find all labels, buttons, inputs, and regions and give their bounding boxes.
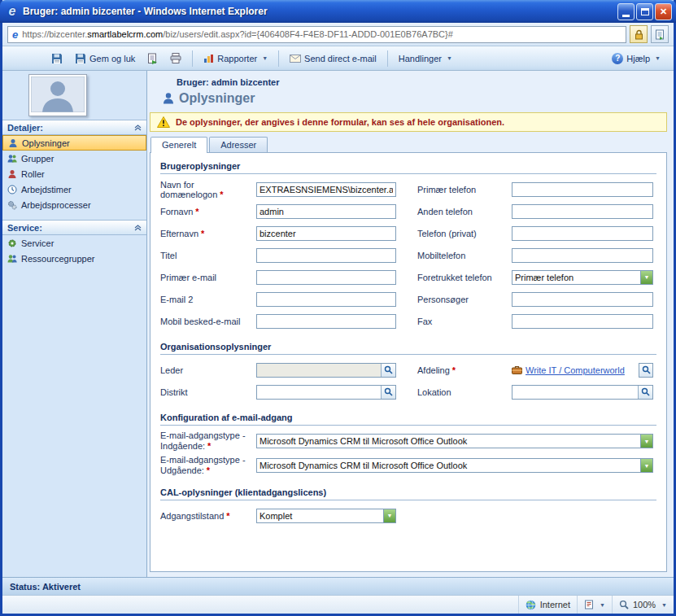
page-favicon-icon: e xyxy=(12,28,18,41)
save-button[interactable] xyxy=(46,50,68,68)
chevron-double-up-icon xyxy=(134,125,142,131)
chevron-down-icon: ▼ xyxy=(640,271,652,284)
page-actions-button[interactable] xyxy=(651,25,669,43)
tab-generelt[interactable]: Generelt xyxy=(150,137,207,153)
efternavn-input[interactable] xyxy=(256,226,396,241)
export-icon xyxy=(147,53,158,64)
tab-adresser[interactable]: Adresser xyxy=(209,137,268,152)
personsoeger-input[interactable] xyxy=(512,292,653,307)
mobiltelefon-input[interactable] xyxy=(512,248,653,263)
magnifier-icon xyxy=(642,365,651,374)
lock-icon xyxy=(635,29,643,40)
export-button[interactable] xyxy=(142,50,163,68)
send-direct-email-button[interactable]: Send direct e-mail xyxy=(285,50,382,68)
zoom-control[interactable]: 100% ▼ xyxy=(612,596,674,614)
toolbar-separator xyxy=(387,50,388,67)
field-label: Primær telefon xyxy=(398,185,512,194)
leder-lookup-button[interactable] xyxy=(381,364,395,377)
field-label: Mobil besked-e-mail xyxy=(160,317,256,326)
warning-icon xyxy=(157,116,170,128)
field-label: Anden telefon xyxy=(398,207,512,216)
sidebar-item-ressourcegrupper[interactable]: Ressourcegrupper xyxy=(2,251,146,266)
sidebar-item-arbejdsprocesser[interactable]: Arbejdsprocesser xyxy=(2,197,146,212)
field-label: Lokation xyxy=(398,387,512,397)
distrikt-lookup-button[interactable] xyxy=(381,386,395,399)
magnifier-icon xyxy=(641,387,650,396)
breadcrumb: Bruger: admin bizcenter xyxy=(177,77,667,87)
main-content: Bruger: admin bizcenter Oplysninger De o… xyxy=(147,71,674,577)
lokation-input[interactable] xyxy=(512,386,638,399)
address-input[interactable]: e https://bizcenter.smartlabelcrm.com/bi… xyxy=(7,26,626,43)
primaer-email-input[interactable] xyxy=(256,270,396,285)
close-button[interactable]: ✕ xyxy=(655,3,672,20)
afdeling-lookup-button[interactable] xyxy=(639,363,653,378)
sidebar-item-grupper[interactable]: Grupper xyxy=(2,151,146,166)
help-button[interactable]: ? Hjælp ▼ xyxy=(607,50,665,68)
sidebar-item-label: Servicer xyxy=(21,238,54,248)
handlinger-label: Handlinger xyxy=(399,54,442,63)
user-photo xyxy=(28,74,87,116)
save-and-close-button[interactable]: Gem og luk xyxy=(70,50,140,68)
form-notice: De oplysninger, der angives i denne form… xyxy=(150,112,667,132)
lokation-lookup-button[interactable] xyxy=(638,386,652,399)
ie-status-bar: Internet ▼ 100% ▼ xyxy=(2,595,674,614)
report-icon xyxy=(203,54,214,63)
sidebar-item-servicer[interactable]: Servicer xyxy=(2,235,146,251)
sidebar-item-label: Ressourcegrupper xyxy=(21,254,95,264)
fornavn-input[interactable] xyxy=(256,204,396,219)
sidebar: Detaljer: Oplysninger Grupper Roller Arb… xyxy=(2,71,147,577)
notice-text: De oplysninger, der angives i denne form… xyxy=(176,117,504,127)
mobil-besked-email-input[interactable] xyxy=(256,314,396,329)
section-email-adgang: Konfiguration af e-mail-adgang xyxy=(160,413,656,426)
distrikt-input[interactable] xyxy=(257,386,381,399)
domaenelogon-input[interactable] xyxy=(256,182,396,197)
field-label: Fax xyxy=(398,317,512,326)
security-lock-button[interactable] xyxy=(630,25,648,43)
rapporter-label: Rapporter xyxy=(217,54,257,63)
rapporter-button[interactable]: Rapporter ▼ xyxy=(198,50,273,68)
adgangstilstand-select[interactable]: Komplet ▼ xyxy=(256,509,396,523)
handlinger-button[interactable]: Handlinger ▼ xyxy=(394,50,457,68)
minimize-button[interactable] xyxy=(617,3,635,20)
security-zone[interactable]: Internet xyxy=(518,596,577,614)
sidebar-section-service[interactable]: Service: xyxy=(2,220,146,235)
toolbar-separator xyxy=(278,50,279,67)
afdeling-link[interactable]: Write IT / Computerworld xyxy=(526,365,625,375)
page-title: Oplysninger xyxy=(179,91,255,106)
field-label: E-mail-adgangstype - Udgående:* xyxy=(160,455,256,476)
fax-input[interactable] xyxy=(512,314,653,329)
ie-window: e Bruger: admin bizcenter - Windows Inte… xyxy=(0,0,676,616)
field-label: Mobiltelefon xyxy=(398,251,512,260)
chevron-down-icon: ▼ xyxy=(600,602,605,608)
globe-icon xyxy=(526,600,536,610)
sidebar-item-oplysninger[interactable]: Oplysninger xyxy=(2,135,146,151)
field-label: Efternavn* xyxy=(160,229,256,238)
titlebar[interactable]: e Bruger: admin bizcenter - Windows Inte… xyxy=(0,0,676,23)
distrikt-lookup xyxy=(256,385,396,400)
sidebar-item-label: Arbejdstimer xyxy=(21,185,72,194)
titel-input[interactable] xyxy=(256,248,396,263)
maximize-button[interactable] xyxy=(636,3,653,20)
email-udgaaende-select[interactable]: Microsoft Dynamics CRM til Microsoft Off… xyxy=(256,458,653,473)
primaer-telefon-input[interactable] xyxy=(512,182,653,197)
crm-status-bar: Status: Aktiveret xyxy=(2,577,674,595)
foretrukket-telefon-select[interactable]: Primær telefon ▼ xyxy=(512,270,653,285)
page-mode-button[interactable]: ▼ xyxy=(577,596,612,614)
print-button[interactable] xyxy=(165,50,186,68)
field-label: Adgangstilstand* xyxy=(160,511,256,521)
sidebar-item-label: Oplysninger xyxy=(22,138,70,148)
status-message-area xyxy=(2,596,518,614)
anden-telefon-input[interactable] xyxy=(512,204,653,219)
email2-input[interactable] xyxy=(256,292,396,307)
save-icon xyxy=(51,53,63,64)
sidebar-section-detaljer[interactable]: Detaljer: xyxy=(2,120,146,135)
sidebar-item-roller[interactable]: Roller xyxy=(2,166,146,181)
sidebar-item-arbejdstimer[interactable]: Arbejdstimer xyxy=(2,181,146,197)
telefon-privat-input[interactable] xyxy=(512,226,653,241)
tab-bar: Generelt Adresser xyxy=(150,137,667,152)
sidebar-item-label: Arbejdsprocesser xyxy=(21,200,91,210)
section-cal-oplysninger: CAL-oplysninger (klientadgangslicens) xyxy=(160,487,656,500)
toolbar-separator xyxy=(192,50,193,67)
address-bar: e https://bizcenter.smartlabelcrm.com/bi… xyxy=(2,23,674,46)
email-indgaaende-select[interactable]: Microsoft Dynamics CRM til Microsoft Off… xyxy=(256,434,653,448)
